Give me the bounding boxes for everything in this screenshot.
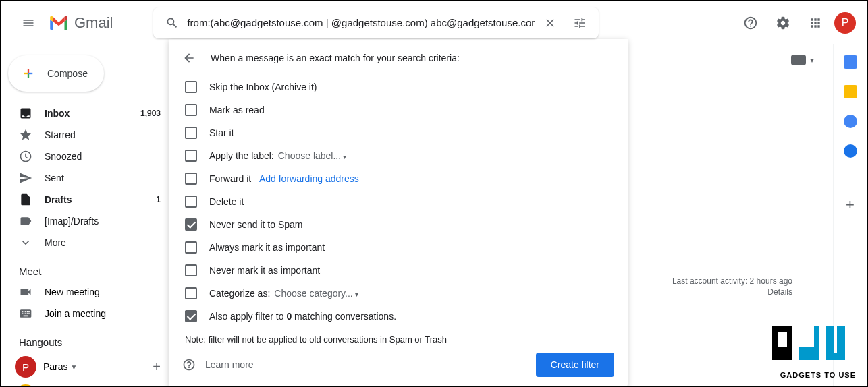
nav-label: More: [45, 237, 66, 248]
label-icon: [19, 214, 32, 228]
option-label: Also apply filter to 0 matching conversa…: [209, 311, 396, 322]
add-hangout-button[interactable]: +: [153, 359, 161, 375]
settings-button[interactable]: [769, 9, 796, 36]
checkbox-forward[interactable]: [185, 173, 197, 185]
option-label: Star it: [209, 127, 234, 138]
option-label: Delete it: [209, 196, 244, 207]
meet-new-meeting[interactable]: New meeting: [1, 281, 169, 303]
create-filter-button[interactable]: Create filter: [536, 353, 614, 377]
gmail-icon: [47, 14, 70, 32]
sidebar-item-inbox[interactable]: Inbox1,903: [1, 102, 169, 124]
gmail-logo[interactable]: Gmail: [47, 14, 113, 32]
option-label: Skip the Inbox (Archive it): [209, 82, 317, 92]
filter-note: Note: filter will not be applied to old …: [185, 334, 614, 345]
filter-panel: When a message is an exact match for you…: [169, 39, 628, 387]
contacts-addon[interactable]: [844, 144, 857, 158]
sidebar-item-drafts[interactable]: Drafts1: [1, 189, 169, 210]
watermark-logo: [765, 320, 853, 367]
sidebar-item-snoozed[interactable]: Snoozed: [1, 146, 169, 167]
close-icon: [543, 16, 557, 30]
checkbox-categorize[interactable]: [185, 287, 197, 299]
clear-search-button[interactable]: [535, 8, 565, 38]
sidebar-item-more[interactable]: More: [1, 232, 169, 254]
hamburger-icon: [22, 16, 35, 30]
clock-icon: [19, 150, 32, 163]
keep-addon[interactable]: [844, 85, 857, 98]
draft-icon: [19, 193, 32, 206]
category-select[interactable]: Choose category...: [274, 288, 358, 299]
checkbox-apply-label[interactable]: [185, 150, 197, 162]
search-bar: [153, 7, 599, 38]
back-button[interactable]: [182, 50, 198, 66]
apps-button[interactable]: [802, 9, 829, 36]
account-avatar[interactable]: P: [834, 12, 856, 34]
svg-rect-3: [799, 326, 814, 347]
nav-label: Starred: [45, 129, 76, 140]
svg-rect-6: [826, 353, 845, 360]
sidebar-item-starred[interactable]: Starred: [1, 124, 169, 146]
nav-count: 1: [156, 195, 161, 204]
option-label: Categorize as:: [209, 288, 270, 299]
option-label: Forward it: [209, 173, 251, 184]
search-input[interactable]: [187, 17, 535, 28]
watermark-text: GADGETS TO USE: [780, 371, 856, 379]
contact-avatar: [15, 384, 36, 387]
checkbox-never-spam[interactable]: [185, 218, 197, 231]
search-options-button[interactable]: [565, 8, 595, 38]
chevron-down-icon[interactable]: ▼: [71, 363, 78, 371]
arrow-left-icon: [182, 51, 196, 65]
hangouts-user-name: Paras: [43, 361, 68, 372]
checkbox-delete[interactable]: [185, 196, 197, 208]
get-addons-button[interactable]: +: [846, 196, 855, 214]
header-actions: P: [737, 9, 856, 36]
search-icon: [165, 16, 179, 30]
nav-label: Inbox: [45, 108, 70, 119]
apps-icon: [809, 16, 822, 30]
compose-label: Compose: [47, 68, 88, 79]
option-label: Always mark it as important: [209, 242, 325, 253]
hangouts-user-row[interactable]: P Paras ▼ +: [1, 352, 169, 382]
compose-button[interactable]: Compose: [8, 55, 104, 92]
checkbox-always-important[interactable]: [185, 241, 197, 254]
divider: [844, 177, 857, 177]
inbox-icon: [19, 107, 32, 120]
support-button[interactable]: [737, 9, 764, 36]
video-icon: [19, 285, 32, 299]
learn-more-link[interactable]: Learn more: [205, 359, 254, 370]
input-tools[interactable]: ▾: [791, 55, 814, 65]
nav-label: [Imap]/Drafts: [45, 216, 99, 227]
keyboard-icon: [19, 307, 32, 320]
gear-icon: [776, 16, 790, 30]
keyboard-icon: [791, 55, 806, 65]
hangouts-contact[interactable]: Paras Rastogi: [1, 382, 169, 387]
meet-header: Meet: [1, 254, 169, 281]
search-button[interactable]: [157, 8, 187, 38]
star-icon: [19, 128, 32, 142]
checkbox-mark-read[interactable]: [185, 104, 197, 116]
hangouts-header: Hangouts: [1, 324, 169, 352]
chevron-down-icon: [19, 236, 32, 249]
menu-button[interactable]: [12, 7, 45, 39]
meet-join-meeting[interactable]: Join a meeting: [1, 303, 169, 324]
details-link[interactable]: Details: [672, 287, 792, 297]
nav-label: Snoozed: [45, 151, 82, 162]
label-select[interactable]: Choose label...: [278, 150, 346, 161]
calendar-addon[interactable]: [844, 55, 857, 69]
option-label: Mark as read: [209, 105, 265, 115]
checkbox-skip-inbox[interactable]: [185, 81, 197, 93]
nav-label: Sent: [45, 173, 64, 183]
sidebar-item-imap-drafts[interactable]: [Imap]/Drafts: [1, 210, 169, 232]
meet-label: Join a meeting: [45, 308, 106, 319]
checkbox-also-apply[interactable]: [185, 310, 197, 322]
sidebar-item-sent[interactable]: Sent: [1, 167, 169, 189]
main-content: ▾ When a message is an exact match for y…: [169, 44, 833, 386]
tasks-addon[interactable]: [844, 115, 857, 128]
user-avatar: P: [15, 356, 36, 378]
chevron-down-icon: ▾: [810, 55, 814, 65]
filter-title: When a message is an exact match for you…: [211, 53, 460, 63]
add-forwarding-link[interactable]: Add forwarding address: [259, 173, 359, 184]
option-label: Never mark it as important: [209, 265, 320, 276]
checkbox-star[interactable]: [185, 127, 197, 139]
checkbox-never-important[interactable]: [185, 264, 197, 276]
send-icon: [19, 171, 32, 185]
